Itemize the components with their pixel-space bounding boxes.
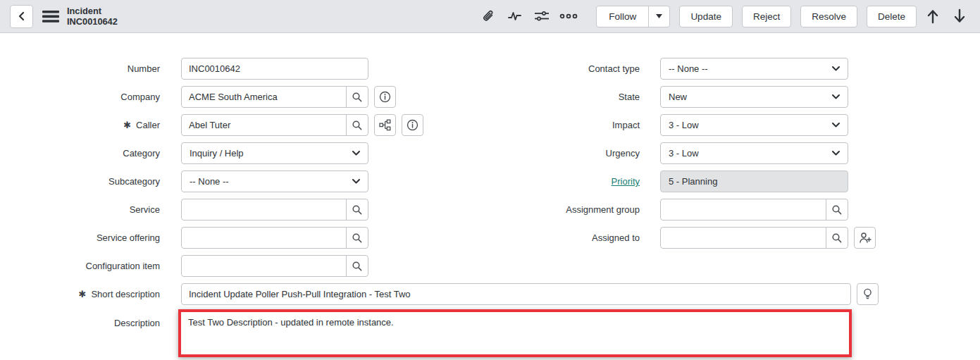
assigned-to-input[interactable] — [661, 228, 826, 248]
caller-lookup-button[interactable] — [346, 115, 368, 135]
search-icon — [831, 232, 843, 244]
search-icon — [352, 120, 363, 131]
configuration-item-field-box — [181, 255, 368, 277]
service-field-box — [181, 199, 368, 221]
assigned-to-field-box — [660, 227, 848, 249]
service-label: Service — [0, 204, 160, 215]
caller-label-text: Caller — [136, 120, 160, 130]
assignment-group-label: Assignment group — [479, 204, 640, 215]
info-icon — [379, 91, 391, 103]
category-value: Inquiry / Help — [190, 148, 244, 159]
priority-label-wrap: Priority — [479, 176, 640, 187]
chevron-down-icon — [832, 123, 840, 128]
assignment-group-lookup-button[interactable] — [826, 199, 848, 220]
service-input[interactable] — [182, 199, 346, 220]
hamburger-icon — [42, 11, 59, 23]
field-row-service-offering: Service offering — [0, 227, 368, 249]
impact-select[interactable]: 3 - Low — [660, 114, 848, 136]
category-select[interactable]: Inquiry / Help — [181, 142, 368, 164]
assigned-to-label: Assigned to — [479, 232, 640, 243]
form-right-column: Contact type -- None -- State New Impact… — [479, 0, 980, 360]
assignment-group-field-box — [660, 199, 848, 221]
field-row-caller: ✱ Caller — [0, 114, 423, 136]
incident-form-page: Incident INC0010642 Follow Updat — [0, 0, 980, 360]
search-icon — [352, 261, 363, 272]
search-icon — [352, 232, 363, 244]
field-row-contact-type: Contact type -- None -- — [479, 58, 848, 80]
short-description-label-text: Short description — [91, 289, 160, 299]
field-row-state: State New — [479, 86, 848, 108]
caller-label: ✱ Caller — [0, 120, 160, 130]
configuration-item-input[interactable] — [182, 256, 346, 276]
field-row-impact: Impact 3 - Low — [479, 114, 848, 136]
state-value: New — [669, 92, 687, 102]
urgency-value: 3 - Low — [669, 148, 699, 159]
field-row-assignment-group: Assignment group — [479, 199, 848, 221]
service-lookup-button[interactable] — [346, 199, 368, 220]
field-row-subcategory: Subcategory -- None -- — [0, 170, 368, 192]
short-description-label: ✱ Short description — [0, 289, 160, 299]
mandatory-icon: ✱ — [79, 289, 87, 299]
company-field-box — [181, 86, 368, 108]
chevron-down-icon — [832, 94, 840, 99]
assign-to-me-button[interactable] — [854, 227, 876, 249]
urgency-select[interactable]: 3 - Low — [660, 142, 848, 164]
company-input[interactable] — [182, 87, 346, 107]
search-icon — [352, 204, 363, 216]
number-field-box — [181, 58, 368, 80]
subcategory-label: Subcategory — [0, 176, 160, 187]
configuration-item-label: Configuration item — [0, 261, 160, 271]
field-row-service: Service — [0, 199, 368, 221]
chevron-down-icon — [352, 179, 360, 184]
mandatory-icon: ✱ — [123, 120, 131, 130]
caller-input[interactable] — [182, 115, 346, 135]
back-button[interactable] — [10, 5, 33, 28]
impact-label: Impact — [479, 120, 640, 130]
priority-label-link[interactable]: Priority — [612, 176, 640, 187]
contact-type-value: -- None -- — [669, 63, 708, 74]
company-preview-button[interactable] — [374, 86, 396, 108]
person-add-icon — [859, 232, 872, 244]
category-label: Category — [0, 148, 160, 159]
priority-readonly-field: 5 - Planning — [660, 170, 848, 192]
chevron-down-icon — [352, 151, 360, 156]
search-icon — [831, 204, 843, 216]
configuration-item-lookup-button[interactable] — [346, 256, 368, 276]
info-icon — [407, 119, 418, 131]
state-select[interactable]: New — [660, 86, 848, 108]
field-row-description: Description — [0, 312, 160, 334]
field-row-number: Number — [0, 58, 368, 80]
record-title: Incident INC0010642 — [67, 6, 118, 27]
field-row-priority: Priority 5 - Planning — [479, 170, 848, 192]
field-row-assigned-to: Assigned to — [479, 227, 876, 249]
company-lookup-button[interactable] — [346, 87, 368, 107]
caller-related-button[interactable] — [374, 114, 396, 136]
state-label: State — [479, 92, 640, 102]
subcategory-value: -- None -- — [190, 176, 229, 187]
subcategory-select[interactable]: -- None -- — [181, 170, 368, 192]
description-label: Description — [0, 318, 160, 328]
page-title: Incident — [67, 6, 118, 16]
field-row-configuration-item: Configuration item — [0, 255, 368, 277]
field-row-category: Category Inquiry / Help — [0, 142, 368, 164]
assignment-group-input[interactable] — [661, 199, 826, 220]
search-icon — [352, 92, 363, 103]
urgency-label: Urgency — [479, 148, 640, 159]
number-label: Number — [0, 63, 160, 74]
field-row-urgency: Urgency 3 - Low — [479, 142, 848, 164]
caller-field-box — [181, 114, 368, 136]
contact-type-select[interactable]: -- None -- — [660, 58, 848, 80]
assigned-to-lookup-button[interactable] — [826, 228, 848, 248]
service-offering-lookup-button[interactable] — [346, 228, 368, 248]
context-menu-button[interactable] — [42, 11, 59, 23]
chevron-left-icon — [17, 11, 27, 22]
number-input[interactable] — [182, 58, 368, 79]
service-offering-input[interactable] — [182, 228, 346, 248]
impact-value: 3 - Low — [669, 120, 699, 130]
chevron-down-icon — [832, 151, 840, 156]
hierarchy-icon — [379, 119, 391, 131]
service-offering-field-box — [181, 227, 368, 249]
company-label: Company — [0, 92, 160, 102]
field-row-company: Company — [0, 86, 396, 108]
caller-preview-button[interactable] — [402, 114, 423, 136]
